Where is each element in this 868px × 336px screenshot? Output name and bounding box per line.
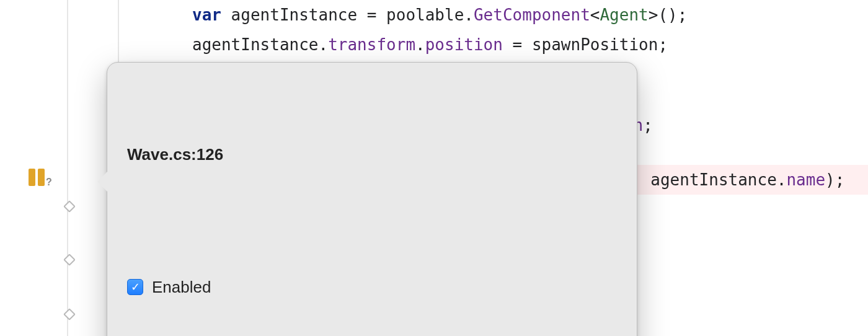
- check-icon: ✓: [131, 281, 140, 293]
- fold-marker-icon[interactable]: [63, 308, 76, 321]
- conditional-breakpoint-icon[interactable]: ?: [29, 166, 53, 191]
- enabled-row: ✓ Enabled: [127, 272, 617, 302]
- question-mark-icon: ?: [46, 177, 52, 187]
- indent-guide: [67, 0, 68, 336]
- breakpoint-popover: Wave.cs:126 ✓ Enabled ✓ Condition: agent…: [107, 62, 637, 336]
- enabled-label: Enabled: [152, 272, 211, 302]
- popover-title: Wave.cs:126: [127, 139, 617, 169]
- enabled-checkbox[interactable]: ✓: [127, 279, 143, 295]
- editor-gutter: ?: [0, 0, 123, 336]
- code-line[interactable]: var agentInstance = poolable.GetComponen…: [123, 0, 868, 30]
- code-line[interactable]: agentInstance.transform.position = spawn…: [123, 30, 868, 60]
